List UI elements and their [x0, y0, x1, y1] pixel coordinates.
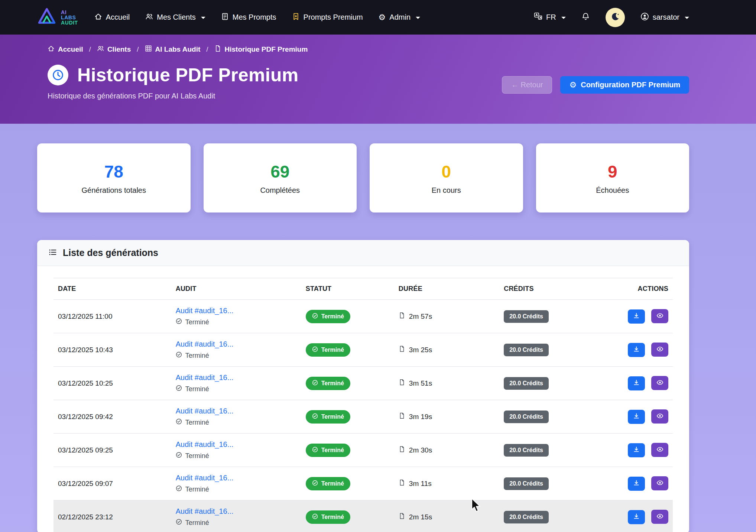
- audit-status-line: Terminé: [176, 519, 297, 527]
- view-button[interactable]: [651, 510, 668, 524]
- audit-status-line: Terminé: [176, 485, 297, 493]
- download-button[interactable]: [628, 343, 645, 357]
- view-button[interactable]: [651, 443, 668, 457]
- credits-badge: 20.0 Crédits: [504, 344, 549, 356]
- download-icon: [633, 413, 640, 421]
- eye-icon: [656, 513, 663, 521]
- status-badge: Terminé: [306, 444, 350, 457]
- breadcrumb-accueil[interactable]: Accueil: [48, 45, 83, 54]
- check-circle-icon: [312, 380, 318, 387]
- generation-duration: 3m 25s: [399, 346, 432, 354]
- breadcrumb-ai-labs-audit[interactable]: AI Labs Audit: [145, 45, 201, 54]
- generations-card: Liste des générations DATE AUDIT STATUT …: [37, 240, 689, 532]
- view-button[interactable]: [651, 409, 668, 424]
- stat-value: 69: [270, 162, 289, 182]
- audit-link[interactable]: Audit #audit_16...: [176, 340, 234, 348]
- nav-mes-clients[interactable]: Mes Clients: [145, 13, 205, 22]
- breadcrumb-historique-pdf[interactable]: Historique PDF Premium: [214, 45, 308, 54]
- triangle-logo-icon: [37, 7, 56, 28]
- stat-label: Générations totales: [82, 186, 146, 195]
- download-icon: [633, 379, 640, 387]
- column-header-date: DATE: [53, 278, 171, 300]
- audit-link[interactable]: Audit #audit_16...: [176, 306, 234, 315]
- pdf-file-icon: [399, 446, 405, 454]
- download-button[interactable]: [628, 510, 645, 524]
- language-selector[interactable]: FR: [534, 12, 566, 23]
- eye-icon: [656, 346, 663, 354]
- user-avatar-icon: [640, 12, 649, 23]
- status-badge: Terminé: [306, 377, 350, 390]
- table-row: 03/12/2025 11:00 Audit #audit_16... Term…: [53, 300, 673, 333]
- gear-icon: ⚙: [379, 13, 386, 22]
- audit-link[interactable]: Audit #audit_16...: [176, 474, 234, 482]
- credits-badge: 20.0 Crédits: [504, 377, 549, 390]
- back-button[interactable]: ← Retour: [502, 76, 552, 94]
- audit-link[interactable]: Audit #audit_16...: [176, 373, 234, 382]
- stat-value: 78: [104, 162, 123, 182]
- download-button[interactable]: [628, 376, 645, 390]
- download-icon: [633, 446, 640, 454]
- main-content: 78 Générations totales 69 Complétées 0 E…: [37, 143, 689, 532]
- audit-link[interactable]: Audit #audit_16...: [176, 440, 234, 449]
- generation-duration: 2m 15s: [399, 513, 432, 521]
- check-circle-icon: [176, 385, 182, 393]
- pdf-file-icon: [399, 379, 405, 387]
- stat-value: 0: [441, 162, 451, 182]
- audit-status-line: Terminé: [176, 385, 297, 393]
- check-circle-icon: [176, 452, 182, 460]
- audit-link[interactable]: Audit #audit_16...: [176, 407, 234, 415]
- download-button[interactable]: [628, 477, 645, 491]
- breadcrumb-separator: /: [206, 45, 208, 53]
- stat-card: 0 En cours: [370, 143, 523, 213]
- nav-accueil[interactable]: Accueil: [94, 13, 130, 22]
- nav-admin[interactable]: ⚙ Admin: [379, 13, 420, 22]
- stat-card: 9 Échouées: [536, 143, 690, 213]
- generation-duration: 3m 11s: [399, 479, 432, 488]
- audit-status-line: Terminé: [176, 418, 297, 426]
- document-icon: [221, 13, 229, 22]
- eye-icon: [656, 446, 663, 454]
- pdf-file-icon: [399, 479, 405, 488]
- main-nav: Accueil Mes Clients Mes Prompts Prompt: [94, 13, 420, 22]
- view-button[interactable]: [651, 309, 668, 323]
- credits-badge: 20.0 Crédits: [504, 511, 549, 523]
- view-button[interactable]: [651, 476, 668, 490]
- generation-date: 03/12/2025 10:25: [58, 379, 113, 387]
- download-icon: [633, 346, 640, 354]
- dark-mode-toggle[interactable]: [606, 8, 625, 27]
- status-badge: Terminé: [306, 477, 350, 490]
- check-circle-icon: [176, 485, 182, 493]
- eye-icon: [656, 379, 663, 387]
- download-button[interactable]: [628, 410, 645, 424]
- view-button[interactable]: [651, 376, 668, 390]
- nav-mes-prompts[interactable]: Mes Prompts: [221, 13, 276, 22]
- view-button[interactable]: [651, 343, 668, 357]
- eye-icon: [656, 479, 663, 487]
- breadcrumb-separator: /: [89, 45, 91, 53]
- stats-row: 78 Générations totales 69 Complétées 0 E…: [37, 143, 689, 213]
- credits-badge: 20.0 Crédits: [504, 477, 549, 490]
- eye-icon: [656, 312, 663, 320]
- status-badge: Terminé: [306, 510, 350, 524]
- table-row: 03/12/2025 09:25 Audit #audit_16... Term…: [53, 434, 673, 467]
- status-badge: Terminé: [306, 410, 350, 424]
- status-badge: Terminé: [306, 343, 350, 357]
- download-button[interactable]: [628, 309, 645, 324]
- config-pdf-button[interactable]: ⚙ Configuration PDF Premium: [560, 76, 689, 94]
- generation-date: 03/12/2025 09:25: [58, 446, 113, 454]
- download-icon: [633, 513, 640, 521]
- bell-icon: [581, 12, 590, 23]
- notifications-bell[interactable]: [581, 12, 590, 23]
- translate-icon: [534, 12, 542, 23]
- nav-prompts-premium[interactable]: Prompts Premium: [292, 13, 363, 22]
- page-title: Historique PDF Premium: [77, 64, 299, 86]
- user-menu[interactable]: sarsator: [640, 12, 689, 23]
- nav-label: Mes Clients: [157, 13, 195, 22]
- breadcrumb-clients[interactable]: Clients: [97, 45, 131, 54]
- table-row: 03/12/2025 09:07 Audit #audit_16... Term…: [53, 467, 673, 500]
- audit-link[interactable]: Audit #audit_16...: [176, 507, 234, 516]
- brand-logo[interactable]: AI LABS AUDIT: [37, 7, 78, 28]
- download-button[interactable]: [628, 443, 645, 457]
- audit-status-line: Terminé: [176, 318, 297, 326]
- check-circle-icon: [176, 418, 182, 426]
